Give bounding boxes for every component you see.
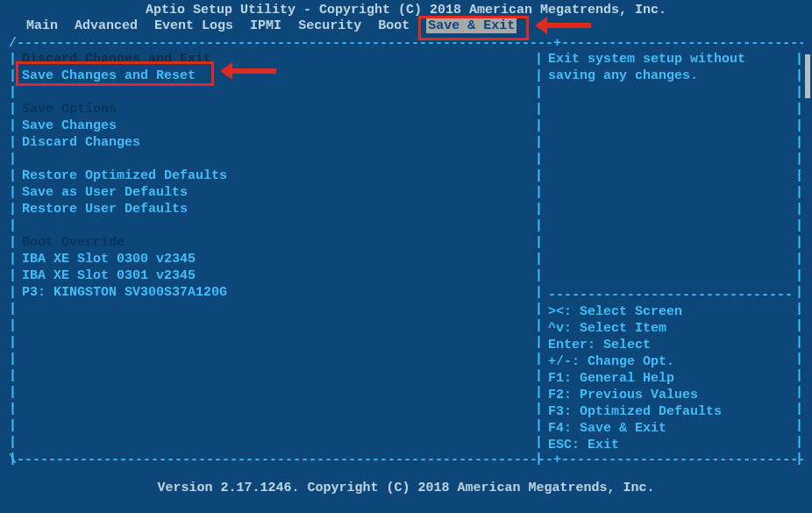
legend-enter: Enter: Select bbox=[548, 337, 795, 353]
top-menu: Main Advanced Event Logs IPMI Security B… bbox=[0, 18, 812, 36]
utility-title: Aptio Setup Utility - Copyright (C) 2018… bbox=[0, 0, 812, 18]
boot-override-3[interactable]: P3: KINGSTON SV300S37A120G bbox=[22, 284, 535, 301]
menu-save-user-defaults[interactable]: Save as User Defaults bbox=[22, 184, 535, 201]
tab-advanced[interactable]: Advanced bbox=[75, 18, 138, 33]
menu-restore-user-defaults[interactable]: Restore User Defaults bbox=[22, 201, 535, 217]
menu-restore-optimized-defaults[interactable]: Restore Optimized Defaults bbox=[22, 167, 535, 184]
legend-select-item: ^v: Select Item bbox=[548, 320, 795, 337]
tab-security[interactable]: Security bbox=[298, 18, 361, 33]
legend-f4: F4: Save & Exit bbox=[548, 420, 795, 437]
menu-save-changes[interactable]: Save Changes bbox=[22, 118, 535, 134]
boot-override-2[interactable]: IBA XE Slot 0301 v2345 bbox=[22, 267, 535, 284]
tab-ipmi[interactable]: IPMI bbox=[250, 18, 281, 33]
legend-f2: F2: Previous Values bbox=[548, 387, 795, 403]
frame-border-left: ||||||||||||||||||||||||| bbox=[9, 51, 17, 453]
tab-main[interactable]: Main bbox=[26, 18, 58, 33]
tab-event-logs[interactable]: Event Logs bbox=[154, 18, 233, 33]
tab-boot[interactable]: Boot bbox=[378, 18, 410, 33]
legend-select-screen: ><: Select Screen bbox=[548, 303, 795, 320]
frame-border-middle: ||||||||||||||||||||||||| bbox=[535, 51, 543, 453]
frame-border-bottom: \---------------------------------------… bbox=[9, 453, 803, 467]
legend-f3: F3: Optimized Defaults bbox=[548, 403, 795, 420]
right-panel: Exit system setup without saving any cha… bbox=[543, 51, 795, 453]
menu-discard-changes-exit[interactable]: Discard Changes and Exit bbox=[22, 51, 535, 68]
frame-border-top: /---------------------------------------… bbox=[9, 37, 803, 51]
footer-version: Version 2.17.1246. Copyright (C) 2018 Am… bbox=[0, 481, 812, 495]
content-frame: /---------------------------------------… bbox=[9, 37, 803, 467]
legend-esc: ESC: Exit bbox=[548, 437, 795, 453]
left-panel: Discard Changes and Exit Save Changes an… bbox=[17, 51, 535, 453]
legend-change-opt: +/-: Change Opt. bbox=[548, 353, 795, 370]
help-text-line2: saving any changes. bbox=[548, 68, 795, 84]
legend-f1: F1: General Help bbox=[548, 370, 795, 387]
heading-save-options: Save Options bbox=[22, 101, 535, 118]
right-separator: ------------------------------- bbox=[548, 287, 795, 303]
menu-discard-changes[interactable]: Discard Changes bbox=[22, 134, 535, 151]
frame-border-right: ||||||||||||||||||||||||| bbox=[795, 51, 803, 453]
tab-save-exit[interactable]: Save & Exit bbox=[426, 18, 516, 33]
help-text-line1: Exit system setup without bbox=[548, 51, 795, 68]
heading-boot-override: Boot Override bbox=[22, 234, 535, 251]
menu-save-changes-reset[interactable]: Save Changes and Reset bbox=[22, 68, 535, 84]
scrollbar-thumb[interactable] bbox=[805, 54, 810, 98]
boot-override-1[interactable]: IBA XE Slot 0300 v2345 bbox=[22, 251, 535, 267]
